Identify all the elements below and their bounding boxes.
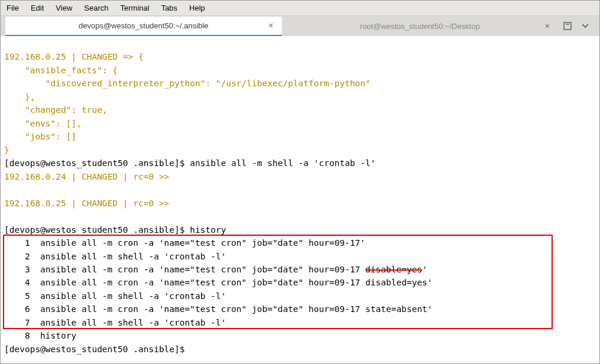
menu-search[interactable]: Search: [84, 4, 108, 12]
prompt-line: [devops@westos_student50 .ansible]$ ansi…: [4, 158, 376, 168]
menu-help[interactable]: Help: [189, 4, 205, 12]
history-line: 6 ansible all -m cron -a 'name="test cro…: [4, 304, 433, 314]
output-line: "discovered_interpreter_python": "/usr/l…: [4, 79, 371, 88]
svg-rect-0: [564, 22, 571, 30]
shell-command: ansible all -m shell -a 'crontab -l': [190, 158, 375, 168]
tab-bar: devops@westos_student50:~/.ansible × roo…: [1, 16, 599, 36]
shell-prompt: [devops@westos_student50 .ansible]$: [4, 225, 190, 235]
history-line: 7 ansible all -m shell -a 'crontab -l': [4, 318, 226, 327]
history-line: 8 history: [4, 331, 76, 340]
history-line: 1 ansible all -m cron -a 'name="test cro…: [4, 238, 365, 248]
menu-bar: File Edit View Search Terminal Tabs Help: [1, 1, 599, 16]
shell-command: history: [190, 225, 226, 235]
shell-prompt: [devops@westos_student50 .ansible]$: [4, 344, 190, 354]
output-line: },: [4, 92, 35, 102]
menu-edit[interactable]: Edit: [31, 4, 44, 12]
output-line: "envs": [],: [4, 119, 82, 128]
menu-terminal[interactable]: Terminal: [121, 4, 150, 12]
strikethrough-text: disable=yes: [365, 265, 422, 274]
output-line: }: [4, 145, 9, 155]
tab-menu-chevron-down-icon[interactable]: [580, 21, 590, 31]
menu-view[interactable]: View: [56, 4, 72, 12]
history-line: 3 ansible all -m cron -a 'name="test cro…: [4, 265, 427, 274]
tab-actions: [558, 21, 595, 31]
output-line: 192.168.0.25 | CHANGED => {: [4, 52, 144, 61]
tab-1[interactable]: devops@westos_student50:~/.ansible ×: [5, 17, 282, 36]
tab-2[interactable]: root@westos_student50:~/Desktop ×: [282, 17, 559, 35]
terminal-output[interactable]: 192.168.0.25 | CHANGED => { "ansible_fac…: [1, 36, 599, 364]
tab-2-close-icon[interactable]: ×: [545, 21, 550, 31]
prompt-line: [devops@westos_student50 .ansible]$: [4, 344, 190, 354]
menu-file[interactable]: File: [7, 4, 19, 12]
prompt-line: [devops@westos_student50 .ansible]$ hist…: [4, 225, 226, 235]
output-line: 192.168.0.24 | CHANGED | rc=0 >>: [4, 172, 169, 181]
new-tab-icon[interactable]: [563, 21, 572, 31]
output-line: "changed": true,: [4, 105, 108, 115]
tab-1-close-icon[interactable]: ×: [268, 21, 273, 30]
history-line: 4 ansible all -m cron -a 'name="test cro…: [4, 278, 433, 287]
output-line: "jobs": []: [4, 132, 76, 141]
output-line: 192.168.0.25 | CHANGED | rc=0 >>: [4, 199, 169, 208]
tab-2-title: root@westos_student50:~/Desktop: [360, 22, 480, 31]
tab-1-title: devops@westos_student50:~/.ansible: [79, 21, 209, 30]
shell-prompt: [devops@westos_student50 .ansible]$: [4, 158, 190, 168]
output-line: "ansible_facts": {: [4, 66, 118, 75]
menu-tabs[interactable]: Tabs: [161, 4, 177, 12]
history-line: 5 ansible all -m shell -a 'crontab -l': [4, 291, 226, 301]
history-line: 2 ansible all -m shell -a 'crontab -l': [4, 252, 226, 261]
